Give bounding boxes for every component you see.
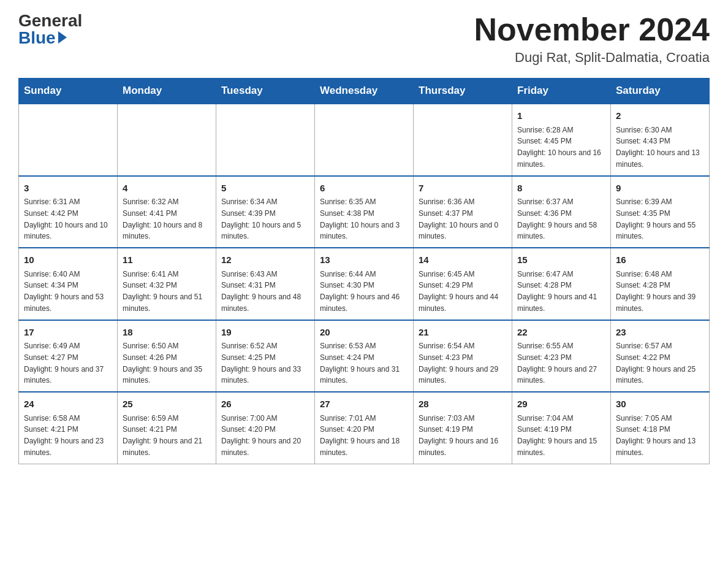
- day-info: Sunrise: 6:55 AMSunset: 4:23 PMDaylight:…: [517, 342, 597, 385]
- day-info: Sunrise: 7:03 AMSunset: 4:19 PMDaylight:…: [419, 414, 498, 457]
- day-number: 15: [517, 253, 605, 267]
- logo-triangle-icon: [58, 31, 67, 44]
- day-info: Sunrise: 6:28 AMSunset: 4:45 PMDaylight:…: [517, 126, 601, 169]
- day-info: Sunrise: 6:48 AMSunset: 4:28 PMDaylight:…: [616, 270, 696, 313]
- day-cell: [19, 104, 118, 176]
- day-cell: 10Sunrise: 6:40 AMSunset: 4:34 PMDayligh…: [19, 248, 118, 320]
- day-info: Sunrise: 6:37 AMSunset: 4:36 PMDaylight:…: [517, 197, 597, 240]
- month-title: November 2024: [474, 12, 710, 47]
- day-number: 13: [320, 253, 408, 267]
- day-number: 11: [123, 253, 211, 267]
- day-number: 8: [517, 182, 605, 196]
- day-cell: [216, 104, 315, 176]
- week-row-4: 24Sunrise: 6:58 AMSunset: 4:21 PMDayligh…: [19, 392, 710, 464]
- day-cell: [414, 104, 512, 176]
- logo: General Blue: [18, 12, 82, 47]
- day-cell: 22Sunrise: 6:55 AMSunset: 4:23 PMDayligh…: [512, 320, 611, 393]
- day-cell: 14Sunrise: 6:45 AMSunset: 4:29 PMDayligh…: [414, 248, 512, 320]
- day-info: Sunrise: 6:35 AMSunset: 4:38 PMDaylight:…: [320, 197, 400, 240]
- day-number: 27: [320, 397, 408, 412]
- logo-general-text: General: [18, 12, 82, 29]
- day-cell: 27Sunrise: 7:01 AMSunset: 4:20 PMDayligh…: [315, 392, 414, 464]
- day-cell: 19Sunrise: 6:52 AMSunset: 4:25 PMDayligh…: [216, 320, 315, 393]
- day-number: 23: [616, 326, 704, 340]
- day-info: Sunrise: 6:59 AMSunset: 4:21 PMDaylight:…: [123, 414, 202, 457]
- day-info: Sunrise: 6:45 AMSunset: 4:29 PMDaylight:…: [419, 270, 498, 313]
- day-info: Sunrise: 6:50 AMSunset: 4:26 PMDaylight:…: [123, 342, 202, 385]
- day-number: 7: [419, 182, 507, 196]
- day-info: Sunrise: 6:58 AMSunset: 4:21 PMDaylight:…: [24, 414, 104, 457]
- col-thursday: Thursday: [414, 79, 512, 104]
- title-area: November 2024 Dugi Rat, Split-Dalmatia, …: [474, 12, 710, 66]
- col-wednesday: Wednesday: [315, 79, 414, 104]
- day-cell: 29Sunrise: 7:04 AMSunset: 4:19 PMDayligh…: [512, 392, 611, 464]
- day-info: Sunrise: 6:54 AMSunset: 4:23 PMDaylight:…: [419, 342, 498, 385]
- day-cell: 25Sunrise: 6:59 AMSunset: 4:21 PMDayligh…: [118, 392, 216, 464]
- day-cell: 18Sunrise: 6:50 AMSunset: 4:26 PMDayligh…: [118, 320, 216, 393]
- day-cell: 8Sunrise: 6:37 AMSunset: 4:36 PMDaylight…: [512, 176, 611, 248]
- day-info: Sunrise: 6:49 AMSunset: 4:27 PMDaylight:…: [24, 342, 104, 385]
- day-info: Sunrise: 6:43 AMSunset: 4:31 PMDaylight:…: [221, 270, 301, 313]
- day-cell: 17Sunrise: 6:49 AMSunset: 4:27 PMDayligh…: [19, 320, 118, 393]
- col-saturday: Saturday: [611, 79, 710, 104]
- day-info: Sunrise: 6:36 AMSunset: 4:37 PMDaylight:…: [419, 197, 498, 240]
- col-sunday: Sunday: [19, 79, 118, 104]
- calendar-table: Sunday Monday Tuesday Wednesday Thursday…: [18, 78, 710, 464]
- day-number: 1: [517, 109, 605, 123]
- day-number: 2: [616, 109, 704, 123]
- day-cell: 1Sunrise: 6:28 AMSunset: 4:45 PMDaylight…: [512, 104, 611, 176]
- day-number: 22: [517, 326, 605, 340]
- day-cell: 24Sunrise: 6:58 AMSunset: 4:21 PMDayligh…: [19, 392, 118, 464]
- day-number: 6: [320, 182, 408, 196]
- day-info: Sunrise: 6:32 AMSunset: 4:41 PMDaylight:…: [123, 197, 202, 240]
- col-monday: Monday: [118, 79, 216, 104]
- day-info: Sunrise: 6:52 AMSunset: 4:25 PMDaylight:…: [221, 342, 301, 385]
- header-row: Sunday Monday Tuesday Wednesday Thursday…: [19, 79, 710, 104]
- day-cell: 4Sunrise: 6:32 AMSunset: 4:41 PMDaylight…: [118, 176, 216, 248]
- day-number: 5: [221, 182, 309, 196]
- day-cell: 26Sunrise: 7:00 AMSunset: 4:20 PMDayligh…: [216, 392, 315, 464]
- day-cell: 30Sunrise: 7:05 AMSunset: 4:18 PMDayligh…: [611, 392, 710, 464]
- day-number: 28: [419, 397, 507, 412]
- day-info: Sunrise: 6:39 AMSunset: 4:35 PMDaylight:…: [616, 197, 696, 240]
- day-cell: 6Sunrise: 6:35 AMSunset: 4:38 PMDaylight…: [315, 176, 414, 248]
- day-info: Sunrise: 7:00 AMSunset: 4:20 PMDaylight:…: [221, 414, 301, 457]
- day-number: 14: [419, 253, 507, 267]
- location-subtitle: Dugi Rat, Split-Dalmatia, Croatia: [474, 50, 710, 66]
- day-info: Sunrise: 6:53 AMSunset: 4:24 PMDaylight:…: [320, 342, 400, 385]
- day-cell: 13Sunrise: 6:44 AMSunset: 4:30 PMDayligh…: [315, 248, 414, 320]
- day-cell: 23Sunrise: 6:57 AMSunset: 4:22 PMDayligh…: [611, 320, 710, 393]
- day-info: Sunrise: 6:31 AMSunset: 4:42 PMDaylight:…: [24, 197, 108, 240]
- logo-blue-text: Blue: [18, 29, 56, 47]
- day-number: 3: [24, 182, 112, 196]
- header: General Blue November 2024 Dugi Rat, Spl…: [18, 12, 710, 66]
- day-info: Sunrise: 7:01 AMSunset: 4:20 PMDaylight:…: [320, 414, 400, 457]
- day-number: 12: [221, 253, 309, 267]
- day-cell: 5Sunrise: 6:34 AMSunset: 4:39 PMDaylight…: [216, 176, 315, 248]
- day-info: Sunrise: 7:05 AMSunset: 4:18 PMDaylight:…: [616, 414, 696, 457]
- day-info: Sunrise: 6:44 AMSunset: 4:30 PMDaylight:…: [320, 270, 400, 313]
- day-info: Sunrise: 6:40 AMSunset: 4:34 PMDaylight:…: [24, 270, 104, 313]
- day-number: 25: [123, 397, 211, 412]
- day-cell: 11Sunrise: 6:41 AMSunset: 4:32 PMDayligh…: [118, 248, 216, 320]
- day-cell: 21Sunrise: 6:54 AMSunset: 4:23 PMDayligh…: [414, 320, 512, 393]
- week-row-3: 17Sunrise: 6:49 AMSunset: 4:27 PMDayligh…: [19, 320, 710, 393]
- day-cell: 7Sunrise: 6:36 AMSunset: 4:37 PMDaylight…: [414, 176, 512, 248]
- day-number: 4: [123, 182, 211, 196]
- day-cell: [315, 104, 414, 176]
- day-number: 17: [24, 326, 112, 340]
- day-cell: 9Sunrise: 6:39 AMSunset: 4:35 PMDaylight…: [611, 176, 710, 248]
- day-number: 9: [616, 182, 704, 196]
- day-info: Sunrise: 7:04 AMSunset: 4:19 PMDaylight:…: [517, 414, 597, 457]
- day-number: 16: [616, 253, 704, 267]
- day-number: 19: [221, 326, 309, 340]
- day-cell: 12Sunrise: 6:43 AMSunset: 4:31 PMDayligh…: [216, 248, 315, 320]
- day-cell: 16Sunrise: 6:48 AMSunset: 4:28 PMDayligh…: [611, 248, 710, 320]
- day-number: 26: [221, 397, 309, 412]
- day-cell: 2Sunrise: 6:30 AMSunset: 4:43 PMDaylight…: [611, 104, 710, 176]
- day-number: 21: [419, 326, 507, 340]
- day-number: 29: [517, 397, 605, 412]
- day-info: Sunrise: 6:41 AMSunset: 4:32 PMDaylight:…: [123, 270, 202, 313]
- col-tuesday: Tuesday: [216, 79, 315, 104]
- col-friday: Friday: [512, 79, 611, 104]
